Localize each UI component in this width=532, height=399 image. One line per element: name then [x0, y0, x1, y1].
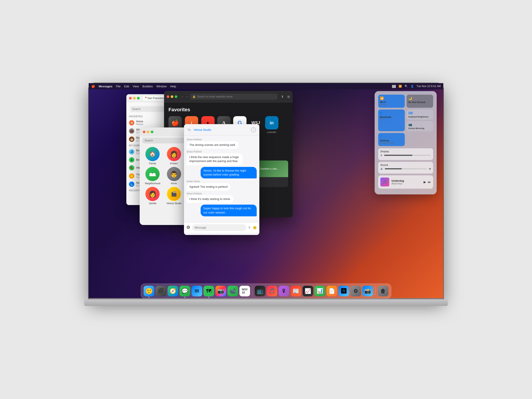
contact-kristen[interactable]: 👩 Kristen [165, 147, 183, 165]
numbers-icon: 📊 [317, 288, 323, 294]
dock-facetime[interactable]: 📹 [228, 286, 238, 296]
safari-close[interactable] [167, 95, 169, 98]
cc-brightness-slider[interactable] [384, 155, 431, 156]
dock-launchpad[interactable]: ⬛ [156, 286, 166, 296]
dock-maps[interactable]: 🗺 [203, 286, 214, 296]
fav-linkedin[interactable]: in LinkedIn [265, 116, 279, 133]
dock-messages[interactable]: 💬 [180, 286, 190, 296]
messages-info-button[interactable]: i [251, 127, 256, 132]
lock-icon: 🔒 [192, 95, 196, 98]
wifi-icon[interactable]: 📶 [399, 85, 402, 88]
cc-dnd-name: Do Not Disturb [408, 101, 431, 103]
menubar-help[interactable]: Help [170, 85, 176, 88]
podcasts-icon: 🎙 [281, 288, 287, 294]
menubar-file[interactable]: File [116, 85, 120, 88]
cc-next-icon[interactable]: ⏭ [428, 180, 431, 184]
contact-janelle[interactable]: 👩 Janelle [144, 187, 161, 205]
menubar-right: ▓▓ 📶 🔍 👤 Tue Nov 10 9:41 AM [392, 85, 441, 88]
calendar-icon: NOV10 [242, 288, 248, 294]
maps-beach-icon: 🏖 [129, 149, 134, 154]
contact-kevin-avatar: 👨 [167, 167, 181, 181]
maps-home-icon: 🏠 [129, 120, 134, 126]
maps-icon: 🗺 [206, 288, 211, 294]
contact-kevin[interactable]: 👨 Kevin [165, 167, 183, 185]
cc-mirror-widget[interactable]: 📺 Screen Mirroring [406, 121, 433, 131]
dock-trash[interactable]: 🗑 [378, 286, 388, 296]
dock-finder[interactable]: 🙂 [144, 286, 154, 296]
dock-news[interactable]: 📰 [291, 286, 301, 296]
dock-numbers[interactable]: 📊 [315, 286, 325, 296]
cc-play-pause-icon[interactable]: ▶ [424, 180, 426, 184]
menubar-edit[interactable]: Edit [124, 85, 129, 88]
maps-search-input[interactable] [130, 106, 166, 112]
user-icon[interactable]: 👤 [411, 85, 414, 88]
cc-volume-slider[interactable] [385, 168, 427, 169]
dock-safari[interactable]: 🧭 [168, 286, 178, 296]
macos-desktop: 🍎 Messages File Edit View Buddies Window… [89, 83, 443, 300]
safari-url-text[interactable]: Search or enter website name [197, 95, 233, 98]
dock-stocks[interactable]: 📈 [303, 286, 313, 296]
cc-airdrop-widget[interactable]: ⇡ AirDrop Contacts Only [378, 133, 405, 146]
dock-tv[interactable]: 📺 [255, 286, 265, 296]
search-icon[interactable]: 🔍 [405, 85, 408, 88]
contact-velosa[interactable]: 🎬 Velosa Studio [165, 187, 183, 205]
cc-sound-widget: Sound 🔊 ⚙ [378, 162, 433, 174]
safari-titlebar: ← → 🔒 Search or enter website name ⬆ ⊞ [164, 91, 293, 102]
safari-minimize[interactable] [171, 95, 173, 98]
photos-icon: 📷 [217, 288, 224, 294]
cc-album-art: 🎵 [380, 177, 389, 186]
safari-maximize[interactable] [175, 95, 177, 98]
dock-podcasts[interactable]: 🎙 [279, 286, 289, 296]
appstore-icon: 🅰 [341, 288, 347, 294]
menubar-view[interactable]: View [133, 85, 139, 88]
cc-keyboard-icon: ⌨ [408, 111, 431, 115]
menubar-window[interactable]: Window [156, 85, 166, 88]
msg-bubble-5: I think it's really starting to shine. [187, 195, 234, 203]
dock-photos[interactable]: 📷 [215, 286, 226, 296]
cc-dnd-widget[interactable]: 🌙 Do Not Disturb [406, 95, 433, 108]
minimize-button[interactable] [133, 97, 136, 100]
dock-calendar[interactable]: NOV10 [239, 286, 250, 296]
contact-family[interactable]: 🏠 Family [144, 147, 161, 165]
dock-music[interactable]: 🎵 [267, 286, 277, 296]
dock-appstore[interactable]: 🅰 [338, 286, 349, 296]
dock-mail[interactable]: ✉ [191, 286, 202, 296]
msg-sender-2: Simon Pickford [187, 151, 202, 153]
cc-wifi-widget[interactable]: 📶 Wi-Fi Home [378, 95, 405, 108]
messages-emoji-icon[interactable]: 🙂 [253, 226, 257, 229]
fav-linkedin-icon: in [265, 116, 279, 129]
cc-bluetooth-widget[interactable]: B Bluetooth On [378, 109, 405, 131]
msg-contacts-maximize[interactable] [151, 131, 153, 133]
messages-attachment-icon[interactable]: 🅐 [187, 226, 190, 230]
safari-share-icon[interactable]: ⬆ [281, 95, 284, 98]
menubar-app-name[interactable]: Messages [99, 85, 112, 88]
cc-network-grid: 📶 Wi-Fi Home 🌙 Do Not Disturb B Bluetoot… [378, 95, 433, 146]
msg-bubble-1: The driving scenes are working well. [187, 141, 239, 149]
close-button[interactable] [129, 97, 132, 100]
menubar-buddies[interactable]: Buddies [142, 85, 153, 88]
messages-conversation[interactable]: Simon Pickford The driving scenes are wo… [184, 136, 259, 222]
dock-settings[interactable]: ⚙ [350, 286, 361, 296]
msg-contacts-close[interactable] [143, 131, 146, 133]
safari-forward[interactable]: → [185, 95, 188, 98]
messages-input-field[interactable] [192, 224, 246, 231]
maps-coffee-icon: ☕ [129, 137, 134, 142]
maps-parks-icon: 🌲 [129, 157, 134, 163]
messages-conversation-window: To: Velosa Studio i Simon Pickford The d… [184, 124, 259, 235]
dock-screenshot[interactable]: 📸 [362, 286, 373, 296]
cc-mirror-icon: 📺 [408, 123, 431, 126]
contact-neighborhood[interactable]: 🏘 Neighborhood [144, 167, 161, 185]
cc-keyboard-widget[interactable]: ⌨ Keyboard Brightness [406, 109, 433, 120]
cc-song-info: Underdog Alicia Keys [392, 179, 421, 185]
safari-back[interactable]: ← [181, 95, 184, 98]
safari-tabs-icon[interactable]: ⊞ [287, 95, 290, 98]
safari-url-bar[interactable]: 🔒 Search or enter website name [190, 94, 278, 100]
msg-sender-5: Simon Pickford [187, 192, 202, 195]
messages-audio-icon[interactable]: 🎙 [248, 226, 251, 229]
messages-recipient[interactable]: Velosa Studio [194, 128, 211, 132]
maximize-button[interactable] [137, 97, 140, 100]
msg-contacts-minimize[interactable] [147, 131, 149, 133]
cc-airdrop-name: AirDrop [380, 139, 403, 142]
dock-pages[interactable]: 📄 [327, 286, 337, 296]
apple-menu[interactable]: 🍎 [91, 84, 95, 88]
